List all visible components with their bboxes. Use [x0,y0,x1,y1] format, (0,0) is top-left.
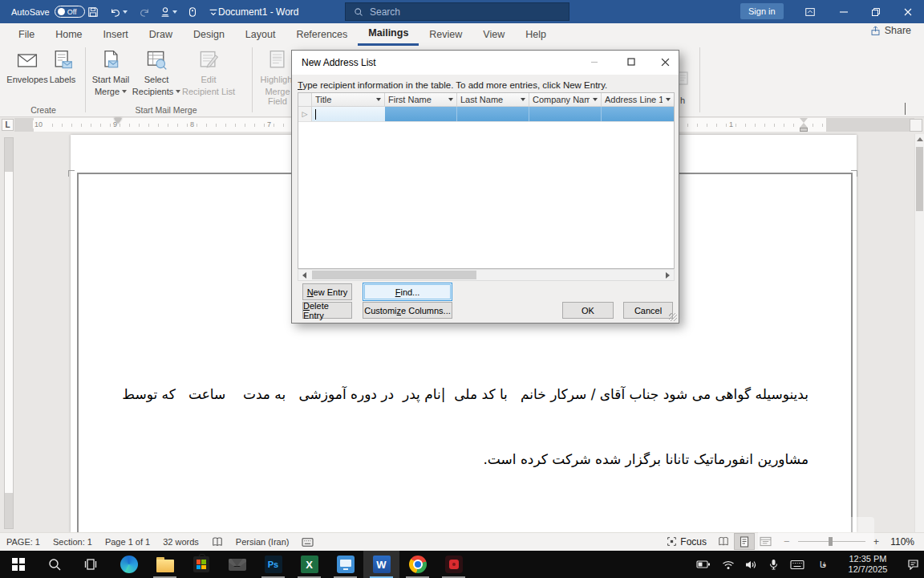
column-dropdown-button[interactable] [590,94,601,106]
cell-first-name[interactable] [385,107,457,121]
share-button[interactable]: Share [870,25,911,36]
touch-mode-button[interactable] [183,0,202,23]
tab-mailings[interactable]: Mailings [358,23,419,46]
tab-file[interactable]: File [8,23,45,46]
vertical-scrollbar-thumb[interactable] [916,147,923,211]
indent-box[interactable] [800,128,808,132]
scroll-right-arrow[interactable] [662,270,674,280]
stamp-dropdown-arrow[interactable] [172,10,177,14]
column-header-company-name[interactable]: Company Name [529,93,602,106]
taskbar-screen-app-button[interactable] [327,551,363,578]
dialog-resize-grip[interactable] [669,313,677,321]
horizontal-scrollbar-thumb[interactable] [312,271,476,279]
taskbar-search-button[interactable] [36,551,72,578]
customize-columns-button[interactable]: Customize Columns... [363,302,452,319]
tab-review[interactable]: Review [419,23,472,46]
scroll-up-arrow[interactable] [917,137,923,141]
document-text[interactable]: بدینوسیله گواهی می شود جناب آقای / سرکار… [135,340,808,514]
scroll-left-arrow[interactable] [298,270,310,280]
find-button[interactable]: Find... [363,283,452,301]
tab-layout[interactable]: Layout [235,23,286,46]
ruler-options-box[interactable] [910,119,922,132]
first-line-indent-marker[interactable] [114,118,122,124]
taskbar-file-explorer-button[interactable] [147,551,183,578]
tab-draw[interactable]: Draw [139,23,183,46]
taskbar-excel-button[interactable] [291,551,327,578]
taskbar-edge-button[interactable] [111,551,147,578]
select-recipients-button[interactable]: Select Recipients [133,48,180,96]
delete-entry-button[interactable]: Delete Entry [302,302,352,319]
autosave-switch[interactable]: Off [55,6,85,18]
taskbar-photoshop-button[interactable] [255,551,291,578]
collapse-ribbon-button[interactable] [905,104,906,115]
print-layout-button[interactable] [734,533,755,550]
word-count[interactable]: 32 words [156,533,205,552]
tab-home[interactable]: Home [45,23,92,46]
document-text-line-1[interactable]: بدینوسیله گواهی می شود جناب آقای / سرکار… [135,384,808,405]
cell-title[interactable] [312,107,385,121]
dialog-maximize-button[interactable] [619,51,643,73]
keyboard-language-button[interactable] [295,533,320,552]
taskbar-mail-button[interactable] [219,551,255,578]
focus-mode-button[interactable]: Focus [660,532,713,551]
table-horizontal-scrollbar[interactable] [298,269,675,281]
volume-status[interactable] [740,551,762,578]
dialog-title-bar[interactable]: New Address List [292,51,679,75]
tab-help[interactable]: Help [515,23,557,46]
microphone-status[interactable] [762,551,784,578]
sign-in-button[interactable]: Sign in [740,3,784,19]
labels-button[interactable]: Labels [47,48,79,84]
column-dropdown-button[interactable] [517,94,529,106]
taskbar-word-button[interactable] [363,551,399,578]
read-mode-button[interactable] [713,533,734,550]
ok-button[interactable]: OK [562,302,614,319]
taskbar-chrome-button[interactable] [399,551,436,578]
column-dropdown-button[interactable] [445,94,456,106]
column-dropdown-button[interactable] [663,94,674,106]
taskbar-clock[interactable]: 12:35 PM 12/7/2025 [836,551,900,578]
search-input[interactable]: Search [345,2,569,21]
battery-status[interactable] [691,551,715,578]
zoom-level[interactable]: 110% [884,532,921,551]
language-indicator[interactable]: Persian (Iran) [229,533,296,552]
undo-dropdown-arrow[interactable] [123,10,128,14]
cell-company-name[interactable] [529,107,602,121]
input-language-button[interactable]: فا [812,551,834,578]
autosave-toggle[interactable]: AutoSave Off [11,0,85,23]
proofing-status[interactable] [205,533,229,552]
new-entry-button[interactable]: New Entry [302,283,352,300]
right-indent-marker[interactable] [800,118,808,132]
task-view-button[interactable] [72,551,108,578]
tab-insert[interactable]: Insert [93,23,139,46]
row-selector[interactable]: ▷ [298,107,312,121]
start-button[interactable] [0,551,36,578]
tab-stop-selector[interactable]: L [2,119,14,131]
stamp-button[interactable] [156,0,181,23]
tab-references[interactable]: References [286,23,358,46]
document-text-line-2[interactable]: مشاورین انفورماتیک تانانا برگزار شده شرک… [135,449,808,470]
wifi-status[interactable] [717,551,740,578]
undo-button[interactable] [106,0,132,23]
tab-view[interactable]: View [472,23,515,46]
column-header-first-name[interactable]: First Name [385,93,457,106]
envelopes-button[interactable]: Envelopes [6,48,48,84]
start-mail-merge-button[interactable]: Start Mail Merge [90,48,132,96]
page-indicator[interactable]: PAGE: 1 [0,533,47,552]
cell-address-line-1[interactable] [602,107,674,121]
action-center-button[interactable] [902,551,924,578]
restore-button[interactable] [860,0,892,23]
touch-keyboard-button[interactable] [784,551,810,578]
taskbar-recorder-button[interactable] [436,551,472,578]
dialog-close-button[interactable] [653,51,677,73]
close-button[interactable] [892,0,924,23]
minimize-button[interactable] [828,0,860,23]
save-button[interactable] [83,0,103,23]
cancel-button[interactable]: Cancel [623,302,673,319]
page-of-indicator[interactable]: Page 1 of 1 [99,533,156,552]
section-indicator[interactable]: Section: 1 [47,533,99,552]
column-header-last-name[interactable]: Last Name [457,93,529,106]
cell-last-name[interactable] [457,107,529,121]
column-dropdown-button[interactable] [373,94,384,106]
tab-design[interactable]: Design [183,23,235,46]
vertical-scrollbar[interactable] [914,134,924,532]
